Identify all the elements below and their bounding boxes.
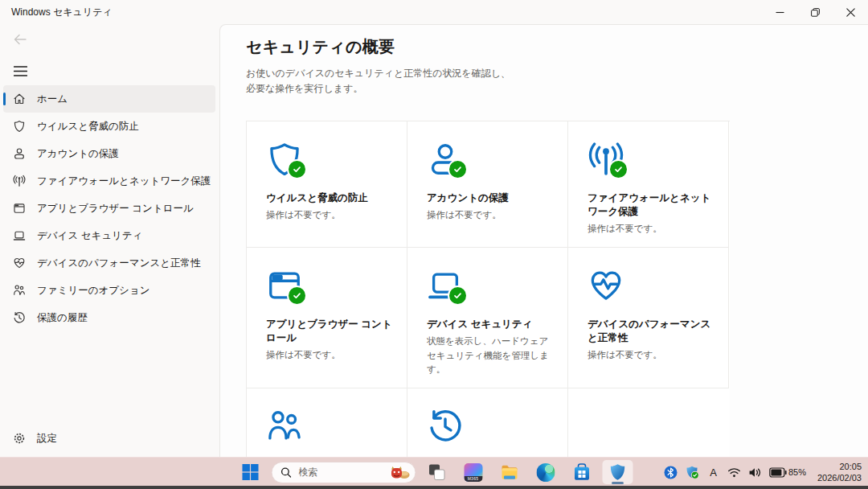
sidebar-item-label: 設定 — [37, 432, 57, 446]
sidebar-footer: 設定 — [0, 425, 219, 452]
minimize-button[interactable] — [762, 0, 797, 24]
card-title: アプリとブラウザー コントロール — [266, 318, 392, 345]
microsoft-store-icon — [572, 463, 591, 482]
page-title: セキュリティの概要 — [246, 36, 868, 58]
battery-tray-button[interactable]: 85% — [767, 461, 809, 483]
titlebar: Windows セキュリティ — [0, 0, 868, 24]
card-virus-threat-protection[interactable]: ウイルスと脅威の防止 操作は不要です。 — [247, 121, 407, 248]
card-subtitle: 操作は不要です。 — [266, 208, 392, 222]
card-title: ウイルスと脅威の防止 — [266, 191, 392, 205]
security-tray-button[interactable] — [682, 461, 702, 483]
sidebar-item-account-protection[interactable]: アカウントの保護 — [3, 140, 215, 167]
family-icon — [266, 408, 303, 445]
card-title: デバイスのパフォーマンスと正常性 — [588, 318, 714, 345]
battery-percent: 85% — [788, 467, 806, 477]
edge-icon — [536, 463, 555, 482]
ime-mode-indicator: A — [706, 466, 720, 479]
task-view-button[interactable] — [422, 460, 452, 484]
sidebar-item-settings[interactable]: 設定 — [3, 425, 215, 452]
check-icon — [293, 165, 301, 174]
file-explorer-button[interactable] — [494, 460, 525, 484]
sidebar-item-home[interactable]: ホーム — [3, 85, 215, 113]
back-button[interactable] — [10, 31, 31, 48]
clock-time: 20:05 — [817, 461, 862, 472]
card-family-options[interactable]: ファミリーのオプション 家族によるデバイスの使用方法を管理します。 — [247, 388, 407, 457]
card-firewall-network-protection[interactable]: ファイアウォールとネットワーク保護 操作は不要です。 — [568, 121, 729, 248]
sidebar: ホーム ウイルスと脅威の防止 アカウントの保護 ファイアウォールとネットワーク保… — [0, 24, 219, 457]
sidebar-item-label: アカウントの保護 — [37, 147, 119, 161]
check-icon — [453, 165, 462, 174]
sidebar-item-label: アプリとブラウザー コントロール — [37, 202, 194, 216]
start-button[interactable] — [235, 460, 266, 484]
status-ok-badge — [448, 159, 468, 179]
sidebar-item-firewall-network-protection[interactable]: ファイアウォールとネットワーク保護 — [3, 167, 215, 195]
gear-icon — [13, 432, 26, 445]
heart-icon — [13, 257, 26, 269]
clock[interactable]: 20:05 2026/02/03 — [817, 461, 862, 484]
status-ok-badge — [608, 159, 628, 179]
sidebar-item-label: デバイスのパフォーマンスと正常性 — [37, 257, 201, 270]
bluetooth-tray-button[interactable] — [661, 461, 680, 483]
home-icon — [13, 92, 26, 105]
menu-toggle-button[interactable] — [10, 61, 31, 80]
wifi-icon — [727, 466, 741, 479]
search-input[interactable] — [297, 466, 390, 479]
card-subtitle: 状態を表示し、ハードウェア セキュリティ機能を管理します。 — [427, 335, 553, 376]
edge-browser-button[interactable] — [530, 460, 561, 484]
restore-button[interactable] — [797, 0, 833, 24]
close-button[interactable] — [833, 0, 868, 24]
bluetooth-icon — [664, 466, 678, 479]
card-device-performance-health[interactable]: デバイスのパフォーマンスと正常性 操作は不要です。 — [568, 248, 729, 388]
card-protection-history[interactable]: 保護の履歴 最新の保護操作と推奨事項を表示します。 — [407, 388, 568, 457]
copilot-m365-badge: M365 — [464, 476, 482, 482]
appwindow-icon — [13, 202, 26, 215]
card-device-security[interactable]: デバイス セキュリティ 状態を表示し、ハードウェア セキュリティ機能を管理します… — [407, 248, 568, 388]
sidebar-item-label: ホーム — [37, 92, 68, 106]
card-subtitle: 操作は不要です。 — [588, 348, 714, 362]
search-icon — [281, 467, 292, 478]
card-app-browser-control[interactable]: アプリとブラウザー コントロール 操作は不要です。 — [247, 248, 407, 388]
battery-icon — [769, 467, 787, 478]
check-icon — [293, 291, 301, 300]
windows-security-shield-icon — [608, 462, 628, 482]
family-icon — [13, 284, 26, 297]
microsoft-store-button[interactable] — [567, 460, 597, 484]
speaker-icon — [748, 466, 762, 479]
sidebar-item-device-security[interactable]: デバイス セキュリティ — [3, 222, 215, 249]
clock-date: 2026/02/03 — [817, 472, 862, 483]
sidebar-item-label: ファイアウォールとネットワーク保護 — [37, 175, 211, 188]
search-highlight-oni-icon[interactable] — [390, 465, 411, 479]
history-icon — [13, 311, 26, 324]
wifi-tray-button[interactable] — [725, 461, 743, 483]
laptop-icon — [13, 229, 26, 242]
card-account-protection[interactable]: アカウントの保護 操作は不要です。 — [407, 121, 568, 248]
windows-security-window: Windows セキュリティ ホーム ウイルスと脅威の防止 ア — [0, 0, 868, 457]
sidebar-item-app-browser-control[interactable]: アプリとブラウザー コントロール — [3, 195, 215, 222]
copilot-button[interactable]: M365 — [458, 460, 489, 484]
sidebar-item-protection-history[interactable]: 保護の履歴 — [3, 304, 215, 331]
sidebar-item-virus-threat-protection[interactable]: ウイルスと脅威の防止 — [3, 113, 215, 140]
heart-icon — [588, 267, 624, 304]
card-title: ファイアウォールとネットワーク保護 — [588, 191, 714, 219]
security-tray-shield-icon — [685, 465, 699, 479]
status-ok-badge — [287, 159, 307, 179]
firewall-icon — [13, 175, 26, 187]
card-subtitle: 操作は不要です。 — [588, 222, 714, 236]
check-icon — [453, 291, 462, 300]
sidebar-item-device-performance-health[interactable]: デバイスのパフォーマンスと正常性 — [3, 249, 215, 277]
taskbar-search[interactable] — [272, 462, 416, 483]
ime-mode-button[interactable]: A — [704, 461, 723, 483]
windows-logo-icon — [242, 463, 260, 481]
sidebar-item-family-options[interactable]: ファミリーのオプション — [3, 277, 215, 304]
person-icon — [13, 147, 26, 160]
history-icon — [427, 408, 464, 445]
windows-security-taskbar-button[interactable] — [603, 460, 633, 484]
sidebar-item-label: ウイルスと脅威の防止 — [37, 120, 139, 134]
card-title: アカウントの保護 — [427, 191, 553, 205]
volume-tray-button[interactable] — [746, 461, 764, 483]
sidebar-item-label: 保護の履歴 — [37, 311, 88, 325]
taskbar: M365 — [0, 457, 868, 487]
status-ok-badge — [448, 286, 468, 306]
shield-icon — [13, 120, 26, 133]
status-ok-badge — [287, 286, 307, 306]
